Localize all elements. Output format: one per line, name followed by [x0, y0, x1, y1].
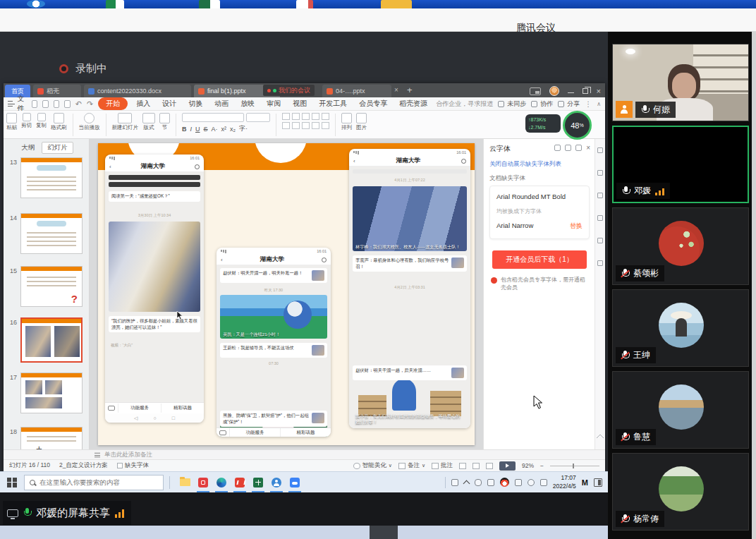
- tray-sync-icon[interactable]: [487, 479, 494, 486]
- undo-icon[interactable]: ↶: [75, 99, 82, 109]
- participant-tile-1[interactable]: 何嫄: [612, 44, 749, 121]
- cut-button[interactable]: 剪切: [21, 113, 32, 129]
- ribbon-tab-member[interactable]: 会员专享: [355, 98, 391, 109]
- superscript-button[interactable]: x²: [221, 126, 227, 133]
- justify-icon[interactable]: [312, 122, 319, 129]
- viewer-taskbar-item[interactable]: [370, 526, 398, 539]
- nav-recent-icon[interactable]: □: [172, 416, 175, 420]
- taskbar-red-app[interactable]: [194, 473, 212, 492]
- tray-audio-icon[interactable]: [475, 479, 482, 486]
- indent-increase-icon[interactable]: [312, 113, 319, 120]
- slide-thumb-17[interactable]: 17: [4, 373, 90, 413]
- add-slide-button[interactable]: +: [36, 442, 42, 449]
- account-avatar[interactable]: [549, 86, 559, 96]
- taskbar-meeting-app[interactable]: [286, 473, 304, 492]
- chat-photo-blue-ppe[interactable]: 林宇峰：我们湖大校医、校友人——这支无名战士队！: [353, 186, 467, 251]
- file-shortcut-icon[interactable]: [296, 0, 313, 8]
- save-icon[interactable]: [32, 100, 38, 108]
- back-icon[interactable]: ‹: [109, 164, 111, 170]
- tray-network-icon[interactable]: [528, 479, 535, 486]
- performance-ball-widget[interactable]: 48%: [563, 111, 592, 140]
- slide-thumb-16-selected[interactable]: 16: [4, 317, 90, 363]
- nav-home-icon[interactable]: ○: [153, 416, 156, 420]
- collapse-strip-icon[interactable]: [596, 434, 604, 442]
- ribbon-tab-home[interactable]: 开始: [98, 97, 128, 110]
- taskbar-edge[interactable]: [212, 473, 231, 492]
- taskbar-excel[interactable]: [249, 473, 267, 492]
- workspace-icon[interactable]: [530, 87, 541, 95]
- qq-tray-icon[interactable]: [500, 478, 509, 487]
- tray-drive-icon[interactable]: [515, 479, 522, 486]
- tray-window-icon[interactable]: [451, 479, 458, 486]
- sorter-view-icon[interactable]: [472, 463, 480, 469]
- download-fonts-button[interactable]: 开通会员后下载（1）: [492, 250, 587, 269]
- promo-link[interactable]: 合作企业，寻求报道: [436, 99, 493, 109]
- zoom-out-icon[interactable]: −: [540, 462, 544, 469]
- chat-photo-ppe[interactable]: [109, 222, 200, 312]
- slide-thumb-18[interactable]: 18: [4, 427, 90, 449]
- menu-item-2[interactable]: 精彩话题: [161, 404, 204, 413]
- taskbar-search[interactable]: [24, 475, 164, 490]
- line-spacing-icon[interactable]: [322, 113, 329, 120]
- menu-item-1[interactable]: 功能服务: [118, 404, 161, 413]
- align-right-icon[interactable]: [302, 122, 310, 129]
- taskbar-wps[interactable]: [231, 473, 249, 492]
- comment-pane-icon[interactable]: [597, 193, 603, 198]
- close-icon[interactable]: ×: [597, 87, 601, 95]
- font-size-select[interactable]: [246, 113, 270, 122]
- tab-slides[interactable]: 幻灯片: [42, 142, 73, 154]
- settings-gear-icon[interactable]: [565, 145, 571, 151]
- share-button[interactable]: 分享: [558, 99, 580, 109]
- ribbon-tab-animation[interactable]: 动画: [211, 98, 232, 109]
- new-tab-icon[interactable]: +: [407, 85, 413, 95]
- close-panel-icon[interactable]: ×: [586, 144, 590, 152]
- tab-docx[interactable]: content20220330.docx: [84, 85, 191, 97]
- normal-view-icon[interactable]: [459, 463, 466, 469]
- reading-view-icon[interactable]: [486, 463, 493, 469]
- start-button[interactable]: [7, 478, 17, 487]
- slide-thumb-14[interactable]: 14: [4, 213, 90, 254]
- section-button[interactable]: 节: [159, 113, 170, 131]
- taskbar-clock[interactable]: 17:07 2022/4/5: [553, 474, 576, 490]
- search-input[interactable]: [39, 478, 152, 486]
- redo-icon[interactable]: ↷: [87, 99, 93, 109]
- tray-ime-lang-icon[interactable]: [540, 479, 547, 486]
- browser-shortcut-icon[interactable]: [27, 0, 45, 8]
- ribbon-tab-devtools[interactable]: 开发工具: [315, 98, 350, 109]
- character-button[interactable]: 字·: [239, 124, 248, 133]
- tray-expand-icon[interactable]: [463, 480, 470, 487]
- close-tab-icon[interactable]: ×: [394, 86, 398, 94]
- ribbon-tab-docer-res[interactable]: 稻壳资源: [396, 98, 431, 109]
- beautify-button[interactable]: 智能美化∨: [353, 461, 392, 470]
- profile-icon[interactable]: [195, 164, 200, 169]
- participant-scrollbar[interactable]: [752, 32, 756, 539]
- arrange-button[interactable]: 排列: [341, 113, 352, 131]
- profile-icon[interactable]: [461, 159, 466, 164]
- collapse-ribbon-icon[interactable]: ∧: [597, 101, 601, 107]
- participant-tile-4[interactable]: 王绅: [612, 289, 749, 367]
- zoom-slider[interactable]: [550, 466, 599, 466]
- tab-pptx2[interactable]: 04-….pptx: [322, 85, 391, 97]
- missing-font-status[interactable]: 缺失字体: [117, 461, 149, 470]
- taskbar-file-explorer[interactable]: [176, 473, 194, 492]
- underline-button[interactable]: U: [195, 126, 200, 133]
- ribbon-tab-insert[interactable]: 插入: [133, 98, 154, 109]
- participant-tile-3[interactable]: 綦颂彬: [612, 207, 749, 285]
- paste-button[interactable]: 粘贴: [6, 113, 17, 131]
- sync-status[interactable]: 未同步: [498, 99, 526, 109]
- participant-tile-2[interactable]: 邓媛: [612, 126, 749, 203]
- hamburger-menu-icon[interactable]: [8, 101, 13, 107]
- layout-button[interactable]: 版式: [142, 113, 155, 131]
- font-family-select[interactable]: [182, 113, 244, 122]
- menu-item-2[interactable]: 精彩话题: [280, 428, 331, 437]
- image-button[interactable]: 图片: [356, 113, 367, 131]
- comments-toggle[interactable]: 批注: [432, 461, 453, 470]
- restore-icon[interactable]: [583, 88, 588, 94]
- chat-photo-court[interactable]: 吴凯：又是一个连续21小时！: [220, 295, 327, 339]
- export-icon[interactable]: [42, 100, 49, 108]
- slideshow-play-button[interactable]: [499, 461, 516, 471]
- pin-icon[interactable]: [575, 145, 582, 151]
- taskbar-contacts-app[interactable]: [267, 473, 286, 492]
- play-from-current-button[interactable]: 当前播放: [79, 113, 100, 131]
- nav-back-icon[interactable]: ◁: [134, 416, 138, 421]
